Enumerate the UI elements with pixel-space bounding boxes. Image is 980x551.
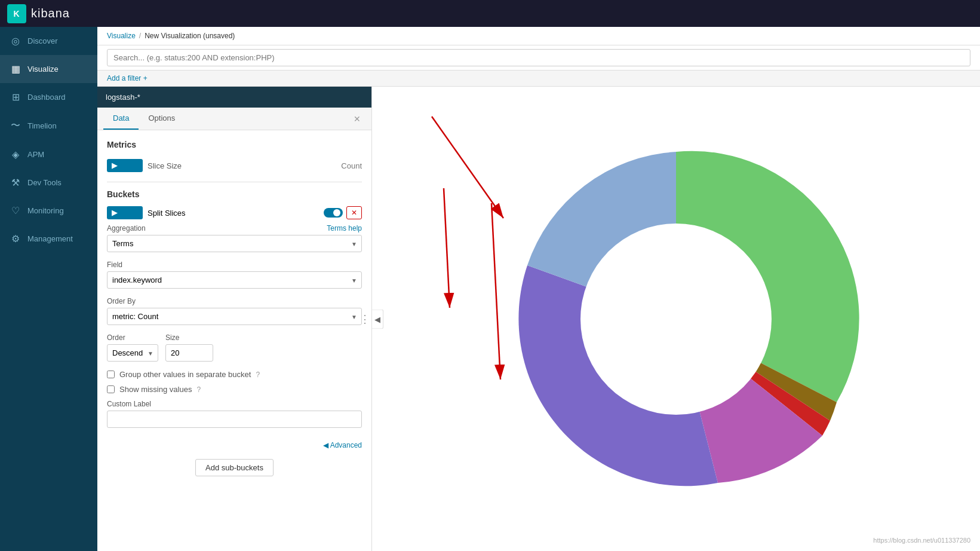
add-filter-button[interactable]: Add a filter + <box>107 74 148 82</box>
order-select[interactable]: Descend Ascend <box>107 344 158 362</box>
show-missing-label: Show missing values <box>119 385 192 394</box>
terms-help-link[interactable]: Terms help <box>327 224 362 232</box>
breadcrumb-parent[interactable]: Visualize <box>107 32 136 40</box>
sidebar-item-timelion[interactable]: 〜 Timelion <box>0 111 97 140</box>
group-other-checkbox[interactable] <box>107 371 115 378</box>
slice-size-badge[interactable]: ▶ <box>107 159 143 172</box>
topbar: K kibana <box>0 0 980 27</box>
aggregation-select[interactable]: Terms Date Histogram Histogram Range IPv… <box>107 235 362 252</box>
panel-header: logstash-* <box>97 87 371 108</box>
order-by-select[interactable]: metric: Count Alphabetical <box>107 308 362 325</box>
add-sub-buckets-button[interactable]: Add sub-buckets <box>195 459 274 476</box>
custom-label-label: Custom Label <box>107 400 362 408</box>
sidebar-label-dashboard: Dashboard <box>27 93 66 102</box>
filter-bar: Add a filter + <box>97 71 980 87</box>
tabs-container: Data Options ✕ <box>97 108 371 130</box>
show-missing-checkbox-row: Show missing values ? <box>107 385 362 394</box>
aggregation-label-row: Aggregation Terms help <box>107 224 362 232</box>
order-label: Order <box>107 333 158 342</box>
search-input[interactable] <box>107 49 970 66</box>
order-size-row: Order Descend Ascend Size <box>107 333 362 362</box>
dashboard-icon: ⊞ <box>10 91 21 103</box>
size-input[interactable] <box>165 344 213 362</box>
aggregation-select-wrapper: Terms Date Histogram Histogram Range IPv… <box>107 235 362 252</box>
panel-layout: logstash-* Data Options ✕ Metrics <box>97 87 980 551</box>
kibana-logo: K kibana <box>7 4 70 23</box>
order-by-select-wrapper: metric: Count Alphabetical <box>107 308 362 325</box>
split-slices-delete-button[interactable]: ✕ <box>346 206 362 219</box>
group-other-help-icon[interactable]: ? <box>256 371 260 379</box>
donut-hole <box>580 224 772 415</box>
content-area: Visualize / New Visualization (unsaved) … <box>97 27 980 551</box>
group-other-checkbox-row: Group other values in separate bucket ? <box>107 370 362 379</box>
sidebar-item-discover[interactable]: ◎ Discover <box>0 27 97 55</box>
metrics-section-header: Metrics <box>107 140 362 149</box>
sidebar-item-dashboard[interactable]: ⊞ Dashboard <box>0 83 97 111</box>
breadcrumb-current: New Visualization (unsaved) <box>145 32 235 40</box>
apm-icon: ◈ <box>10 149 21 160</box>
split-slices-controls: ▶ Split Slices ✕ <box>107 206 362 219</box>
order-by-form-group: Order By metric: Count Alphabetical <box>107 297 362 325</box>
tab-data[interactable]: Data <box>103 108 139 130</box>
field-form-group: Field index.keyword _index _type _id <box>107 261 362 289</box>
sidebar-item-visualize[interactable]: ▦ Visualize <box>0 55 97 83</box>
custom-label-form-group: Custom Label <box>107 400 362 428</box>
collapse-panel-button[interactable]: ◀ <box>372 309 383 329</box>
panel-title: logstash-* <box>106 93 140 102</box>
size-label: Size <box>165 333 213 342</box>
sidebar-label-management: Management <box>27 234 73 243</box>
custom-label-input[interactable] <box>107 411 362 428</box>
visualize-icon: ▦ <box>10 63 21 75</box>
sidebar-label-apm: APM <box>27 150 44 159</box>
donut-chart-container <box>372 87 980 551</box>
sidebar-label-timelion: Timelion <box>27 121 57 130</box>
sidebar-item-monitoring[interactable]: ♡ Monitoring <box>0 197 97 225</box>
kibana-logo-text: kibana <box>31 7 70 20</box>
split-slices-badge-icon: ▶ <box>112 209 117 217</box>
close-panel-button[interactable]: ✕ <box>349 109 365 128</box>
show-missing-checkbox[interactable] <box>107 385 115 393</box>
slice-size-badge-icon: ▶ <box>112 161 117 170</box>
right-panel: ◀ <box>372 87 980 551</box>
aggregation-label: Aggregation <box>107 224 146 232</box>
group-other-label: Group other values in separate bucket <box>119 370 251 379</box>
main-layout: ◎ Discover ▦ Visualize ⊞ Dashboard 〜 Tim… <box>0 27 980 551</box>
size-group: Size <box>165 333 213 362</box>
aggregation-form-group: Terms Date Histogram Histogram Range IPv… <box>107 235 362 252</box>
order-by-label: Order By <box>107 297 362 305</box>
left-panel: logstash-* Data Options ✕ Metrics <box>97 87 372 551</box>
show-missing-help-icon[interactable]: ? <box>196 385 201 394</box>
breadcrumb: Visualize / New Visualization (unsaved) <box>97 27 980 45</box>
sidebar-item-devtools[interactable]: ⚒ Dev Tools <box>0 169 97 197</box>
tab-options[interactable]: Options <box>139 108 185 130</box>
split-slices-toggle[interactable] <box>324 208 343 218</box>
field-select[interactable]: index.keyword _index _type _id <box>107 271 362 289</box>
split-slices-badge[interactable]: ▶ <box>107 206 143 219</box>
kibana-logo-icon: K <box>7 4 26 23</box>
divider-metrics-buckets <box>107 182 362 182</box>
split-slices-label: Split Slices <box>148 209 186 218</box>
sidebar-item-management[interactable]: ⚙ Management <box>0 225 97 253</box>
monitoring-icon: ♡ <box>10 205 21 216</box>
sidebar-label-monitoring: Monitoring <box>27 206 64 215</box>
timelion-icon: 〜 <box>10 120 21 132</box>
breadcrumb-separator: / <box>139 32 141 40</box>
slice-size-label: Slice Size <box>148 161 336 170</box>
watermark: https://blog.csdn.net/u011337280 <box>873 537 970 544</box>
advanced-link[interactable]: ◀ Advanced <box>107 436 362 454</box>
sidebar-label-devtools: Dev Tools <box>27 178 62 187</box>
field-label: Field <box>107 261 362 269</box>
metric-slice-size-row: ▶ Slice Size Count <box>107 157 362 175</box>
order-group: Order Descend Ascend <box>107 333 158 362</box>
metrics-label: Metrics <box>107 140 136 149</box>
resize-handle[interactable]: ⋮ <box>358 310 371 328</box>
buckets-label: Buckets <box>107 189 139 199</box>
slice-size-value: Count <box>341 161 362 170</box>
discover-icon: ◎ <box>10 35 21 47</box>
order-select-wrapper: Descend Ascend <box>107 344 158 362</box>
sidebar-label-visualize: Visualize <box>27 65 59 74</box>
management-icon: ⚙ <box>10 233 21 244</box>
sidebar-item-apm[interactable]: ◈ APM <box>0 140 97 169</box>
field-select-wrapper: index.keyword _index _type _id <box>107 271 362 289</box>
sidebar-label-discover: Discover <box>27 36 58 45</box>
